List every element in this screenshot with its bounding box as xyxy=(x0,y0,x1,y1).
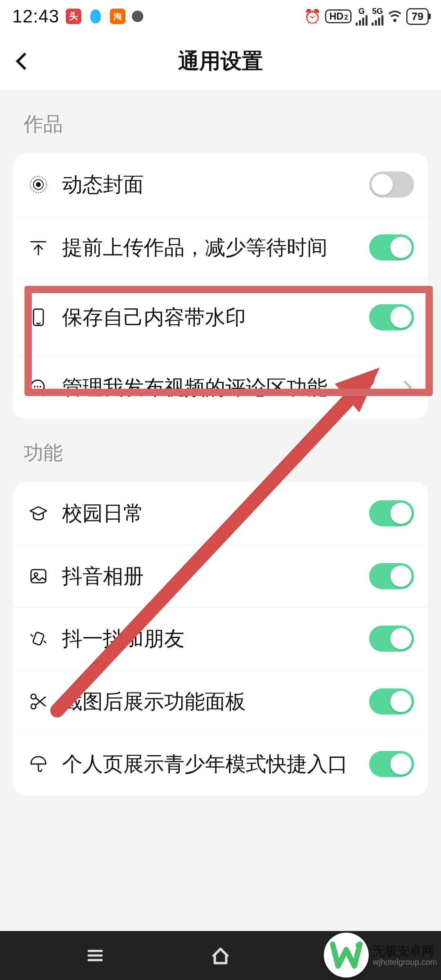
back-button[interactable] xyxy=(8,45,41,78)
scissors-icon xyxy=(27,692,50,711)
row-campus[interactable]: 校园日常 xyxy=(13,482,428,545)
umbrella-icon xyxy=(27,754,50,774)
hd-badge-text: HD xyxy=(330,11,344,22)
toggle-campus[interactable] xyxy=(369,500,414,526)
app-header: 通用设置 xyxy=(0,33,441,90)
svg-rect-11 xyxy=(33,632,44,646)
status-left: 12:43 头 淘 xyxy=(12,6,143,27)
row-shake[interactable]: 抖一抖加朋友 xyxy=(13,607,428,670)
row-label: 动态封面 xyxy=(62,170,357,200)
svg-rect-9 xyxy=(31,570,46,583)
hd-badge-sub: 2 xyxy=(344,14,348,21)
svg-point-19 xyxy=(356,942,361,948)
hd-badge: HD2 xyxy=(325,9,352,23)
signal-2: 5G xyxy=(372,7,383,26)
wifi-icon xyxy=(388,11,402,22)
page-title: 通用设置 xyxy=(178,47,263,76)
page-watermark: 无极安卓网 wjhotelgroup.com xyxy=(324,933,437,978)
watermark-en: wjhotelgroup.com xyxy=(373,958,437,967)
notification-message-icon xyxy=(132,11,143,22)
card-features: 校园日常 抖音相册 抖一抖加朋友 xyxy=(13,482,428,795)
signal-bars-icon xyxy=(356,15,368,26)
toggle-shake[interactable] xyxy=(369,626,414,652)
notification-app-icon-toutiao: 头 xyxy=(66,9,81,24)
nav-home-button[interactable] xyxy=(206,941,235,970)
watermark-logo-icon xyxy=(324,933,369,978)
row-label: 校园日常 xyxy=(62,499,357,528)
row-label: 截图后展示功能面板 xyxy=(62,687,357,717)
row-teen-mode-shortcut[interactable]: 个人页展示青少年模式快捷入口 xyxy=(13,733,428,795)
section-title-works: 作品 xyxy=(0,90,441,154)
watermark-cn: 无极安卓网 xyxy=(373,944,437,958)
nav-recent-button[interactable] xyxy=(81,941,109,970)
row-album[interactable]: 抖音相册 xyxy=(13,545,428,608)
status-bar: 12:43 头 淘 ⏰ HD2 G 5G 79 xyxy=(0,0,441,33)
toggle-teen-mode-shortcut[interactable] xyxy=(369,751,414,777)
svg-point-7 xyxy=(40,386,41,388)
card-works: 动态封面 提前上传作品，减少等待时间 保存自己内容带水印 xyxy=(13,154,428,419)
toggle-album[interactable] xyxy=(369,563,414,589)
row-label: 抖音相册 xyxy=(62,561,357,591)
battery-indicator: 79 xyxy=(406,8,429,25)
row-label: 抖一抖加朋友 xyxy=(62,624,357,654)
notification-app-icon-qq xyxy=(88,9,103,24)
shake-icon xyxy=(27,629,50,648)
signal-1-label: G xyxy=(359,7,365,15)
row-save-watermark[interactable]: 保存自己内容带水印 xyxy=(13,278,428,356)
upload-icon xyxy=(27,238,50,257)
row-manage-comments[interactable]: 管理我发布视频的评论区功能 xyxy=(13,356,428,419)
section-title-features: 功能 xyxy=(0,419,441,482)
row-label: 管理我发布视频的评论区功能 xyxy=(62,373,388,403)
battery-percent: 79 xyxy=(412,10,423,22)
signal-2-label: 5G xyxy=(372,7,383,15)
svg-point-5 xyxy=(34,386,36,388)
toggle-dynamic-cover[interactable] xyxy=(369,172,414,198)
comment-icon xyxy=(27,378,50,397)
status-right: ⏰ HD2 G 5G 79 xyxy=(304,7,429,26)
svg-rect-3 xyxy=(33,309,43,325)
chevron-right-icon xyxy=(398,381,412,394)
chevron-left-icon xyxy=(16,53,33,70)
signal-1: G xyxy=(356,7,368,26)
svg-point-10 xyxy=(34,573,38,576)
row-label: 个人页展示青少年模式快捷入口 xyxy=(62,749,357,779)
toggle-screenshot-panel[interactable] xyxy=(369,688,414,715)
signal-bars-icon xyxy=(372,15,383,26)
alarm-icon: ⏰ xyxy=(304,8,321,24)
row-dynamic-cover[interactable]: 动态封面 xyxy=(13,154,428,216)
svg-point-6 xyxy=(37,386,38,388)
row-screenshot-panel[interactable]: 截图后展示功能面板 xyxy=(13,670,428,733)
phone-icon xyxy=(27,307,50,327)
toggle-save-watermark[interactable] xyxy=(369,304,414,330)
row-label: 保存自己内容带水印 xyxy=(62,303,357,332)
toggle-preupload[interactable] xyxy=(369,234,414,261)
target-icon xyxy=(27,175,50,194)
graduation-icon xyxy=(27,503,50,523)
image-icon xyxy=(27,566,50,586)
row-preupload[interactable]: 提前上传作品，减少等待时间 xyxy=(13,216,428,279)
svg-point-2 xyxy=(36,183,40,187)
status-time: 12:43 xyxy=(12,6,59,27)
row-label: 提前上传作品，减少等待时间 xyxy=(62,233,357,263)
notification-app-icon-taobao: 淘 xyxy=(110,9,125,24)
watermark-text: 无极安卓网 wjhotelgroup.com xyxy=(373,944,437,967)
